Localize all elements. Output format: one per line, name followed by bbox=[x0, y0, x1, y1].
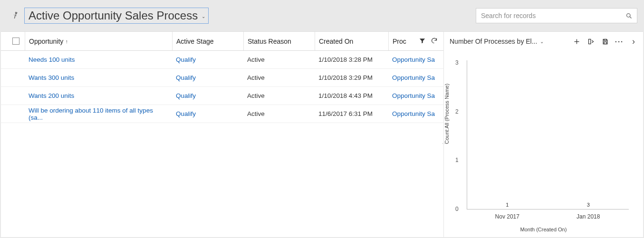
active-stage-link[interactable]: Qualify bbox=[172, 51, 243, 68]
chart-header: Number Of Processes by El... ⌄ ··· › bbox=[444, 32, 643, 51]
bar-value-label: 1 bbox=[506, 202, 509, 208]
status-reason-cell: Active bbox=[243, 51, 315, 68]
bars-area: 1Nov 20173Jan 2018 bbox=[467, 60, 629, 209]
select-all-checkbox[interactable] bbox=[7, 32, 25, 50]
y-tick: 0 bbox=[455, 206, 459, 212]
y-axis-label: Count:All (Process Name) bbox=[444, 84, 450, 144]
column-status-reason[interactable]: Status Reason bbox=[243, 32, 315, 50]
chart-pane: ⋮ Number Of Processes by El... ⌄ ··· › C… bbox=[443, 32, 643, 237]
created-on-cell: 1/10/2018 3:28 PM bbox=[315, 51, 388, 68]
chevron-down-icon: ⌄ bbox=[202, 14, 205, 19]
svg-rect-3 bbox=[604, 42, 606, 44]
table-row[interactable]: Will be ordering about 110 items of all … bbox=[1, 105, 443, 123]
grid-header: Opportunity ↑ Active Stage Status Reason… bbox=[1, 32, 443, 51]
y-tick: 1 bbox=[455, 157, 459, 163]
pin-icon[interactable] bbox=[11, 10, 21, 21]
bar-category-label: Jan 2018 bbox=[577, 213, 600, 220]
column-label: Active Stage bbox=[176, 38, 214, 45]
status-reason-cell: Active bbox=[243, 69, 315, 86]
opportunity-link[interactable]: Wants 300 units bbox=[25, 69, 172, 86]
grid-pane: Opportunity ↑ Active Stage Status Reason… bbox=[1, 32, 443, 237]
x-axis-label: Month (Created On) bbox=[444, 227, 643, 232]
more-icon[interactable]: ··· bbox=[615, 38, 623, 46]
status-reason-cell: Active bbox=[243, 87, 315, 105]
save-chart-button[interactable] bbox=[601, 38, 609, 45]
status-reason-cell: Active bbox=[243, 105, 315, 123]
y-ticks: 3210 bbox=[455, 59, 459, 212]
active-stage-link[interactable]: Qualify bbox=[172, 87, 243, 105]
grid-header-tools bbox=[419, 32, 438, 50]
created-on-cell: 11/6/2017 6:31 PM bbox=[315, 105, 388, 123]
y-tick: 3 bbox=[455, 59, 459, 66]
active-stage-link[interactable]: Qualify bbox=[172, 105, 243, 123]
row-checkbox[interactable] bbox=[7, 69, 25, 86]
chevron-down-icon: ⌄ bbox=[540, 39, 544, 44]
chart-title-text: Number Of Processes by El... bbox=[450, 38, 537, 45]
column-label: Created On bbox=[319, 38, 353, 45]
view-title-text: Active Opportunity Sales Process bbox=[29, 9, 198, 22]
opportunity-link[interactable]: Needs 100 units bbox=[25, 51, 172, 68]
row-checkbox[interactable] bbox=[7, 105, 25, 123]
active-stage-link[interactable]: Qualify bbox=[172, 69, 243, 86]
column-active-stage[interactable]: Active Stage bbox=[172, 32, 243, 50]
bar-value-label: 3 bbox=[587, 202, 590, 208]
process-link[interactable]: Opportunity Sa bbox=[388, 69, 436, 86]
new-chart-button[interactable] bbox=[573, 38, 580, 45]
row-checkbox[interactable] bbox=[7, 87, 25, 105]
table-row[interactable]: Wants 300 unitsQualifyActive1/10/2018 3:… bbox=[1, 69, 443, 87]
collapse-chart-icon[interactable]: › bbox=[630, 37, 637, 47]
view-selector[interactable]: Active Opportunity Sales Process ⌄ bbox=[24, 8, 209, 24]
table-row[interactable]: Wants 200 unitsQualifyActive1/10/2018 4:… bbox=[1, 87, 443, 105]
y-tick: 2 bbox=[455, 108, 459, 115]
svg-rect-1 bbox=[588, 39, 590, 44]
chart-tools: ··· › bbox=[573, 37, 637, 47]
top-bar: Active Opportunity Sales Process ⌄ bbox=[0, 0, 644, 31]
column-label: Opportunity bbox=[29, 38, 63, 45]
grid-rows: Needs 100 unitsQualifyActive1/10/2018 3:… bbox=[1, 51, 443, 123]
table-row[interactable]: Needs 100 unitsQualifyActive1/10/2018 3:… bbox=[1, 51, 443, 69]
column-label: Status Reason bbox=[248, 38, 291, 45]
opportunity-link[interactable]: Wants 200 units bbox=[25, 87, 172, 105]
search-input[interactable] bbox=[476, 9, 621, 23]
sort-asc-icon: ↑ bbox=[65, 38, 68, 44]
bar-category-label: Nov 2017 bbox=[495, 213, 519, 220]
column-label: Proc bbox=[393, 38, 406, 45]
search-box bbox=[476, 8, 637, 23]
created-on-cell: 1/10/2018 3:29 PM bbox=[315, 69, 388, 86]
column-process[interactable]: Proc bbox=[388, 32, 422, 50]
process-link[interactable]: Opportunity Sa bbox=[388, 87, 436, 105]
search-button[interactable] bbox=[621, 9, 637, 23]
column-opportunity[interactable]: Opportunity ↑ bbox=[25, 32, 172, 50]
checkbox-icon bbox=[12, 38, 19, 45]
process-link[interactable]: Opportunity Sa bbox=[388, 51, 436, 68]
created-on-cell: 1/10/2018 4:43 PM bbox=[315, 87, 388, 105]
chart-selector[interactable]: Number Of Processes by El... ⌄ bbox=[450, 38, 544, 45]
svg-rect-2 bbox=[604, 39, 606, 40]
refresh-icon[interactable] bbox=[431, 37, 438, 46]
column-created-on[interactable]: Created On bbox=[315, 32, 388, 50]
row-checkbox[interactable] bbox=[7, 51, 25, 68]
filter-icon[interactable] bbox=[419, 37, 426, 46]
content-area: Opportunity ↑ Active Stage Status Reason… bbox=[1, 31, 643, 237]
chart-body: Count:All (Process Name) 3210 1Nov 20173… bbox=[444, 51, 643, 237]
opportunity-link[interactable]: Will be ordering about 110 items of all … bbox=[25, 105, 172, 123]
expand-chart-button[interactable] bbox=[587, 38, 595, 45]
svg-point-0 bbox=[626, 13, 630, 17]
process-link[interactable]: Opportunity Sa bbox=[388, 105, 436, 123]
title-wrap: Active Opportunity Sales Process ⌄ bbox=[12, 8, 209, 24]
